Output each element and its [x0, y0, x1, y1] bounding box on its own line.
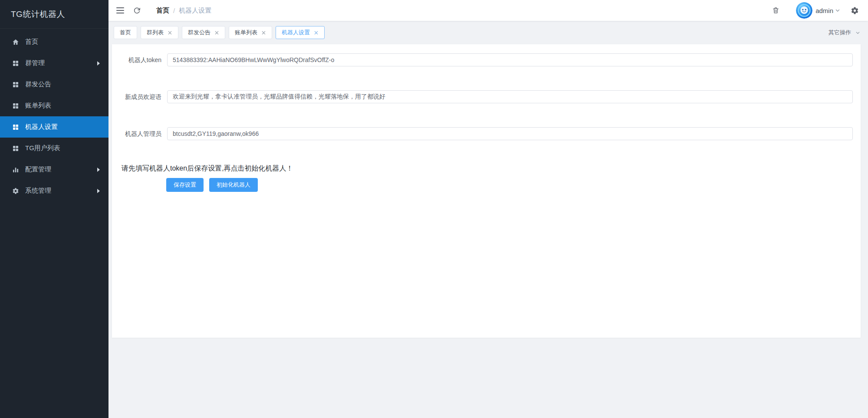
- token-input[interactable]: [167, 53, 853, 66]
- settings-button[interactable]: [847, 0, 862, 21]
- trash-icon: [772, 7, 779, 14]
- chevron-down-icon: [855, 30, 860, 35]
- grid-icon: [12, 81, 19, 88]
- submenu-arrow-icon: [97, 61, 100, 66]
- sidebar-menu: 首页 群管理 群发公告 账单列表: [0, 29, 108, 201]
- gear-icon: [851, 7, 859, 15]
- tab-broadcast[interactable]: 群发公告: [182, 26, 225, 39]
- sidebar-item-label: 群发公告: [25, 80, 100, 89]
- welcome-input[interactable]: [167, 90, 853, 103]
- tab-bills[interactable]: 账单列表: [229, 26, 272, 39]
- welcome-field-label: 新成员欢迎语: [122, 88, 161, 105]
- breadcrumb-separator: /: [173, 7, 175, 14]
- sidebar-item-tg-users[interactable]: TG用户列表: [0, 138, 108, 159]
- more-actions-label: 其它操作: [829, 29, 851, 36]
- form-row-welcome: 新成员欢迎语: [122, 90, 853, 103]
- sidebar-item-group-manage[interactable]: 群管理: [0, 53, 108, 74]
- app-title: TG统计机器人: [0, 0, 108, 29]
- close-icon[interactable]: [214, 30, 219, 35]
- trash-button[interactable]: [768, 0, 783, 21]
- refresh-button[interactable]: [128, 0, 145, 21]
- sidebar: TG统计机器人 首页 群管理 群发公告: [0, 0, 108, 418]
- tab-robot-settings[interactable]: 机器人设置: [276, 26, 325, 39]
- content-panel: 机器人token 新成员欢迎语 机器人管理员 请先填写机器人token后保存设置…: [112, 44, 861, 338]
- tab-home[interactable]: 首页: [114, 26, 137, 39]
- tabs-bar: 首页 群列表 群发公告 账单列表 机器人设置: [108, 21, 868, 44]
- sidebar-item-bills[interactable]: 账单列表: [0, 95, 108, 116]
- tab-label: 机器人设置: [282, 29, 310, 36]
- breadcrumb: 首页 / 机器人设置: [156, 7, 211, 15]
- tab-label: 群列表: [147, 29, 164, 36]
- navbar-right: admin: [768, 0, 862, 21]
- close-icon[interactable]: [261, 30, 266, 35]
- sidebar-toggle-button[interactable]: [112, 0, 128, 21]
- robot-settings-form: 机器人token 新成员欢迎语 机器人管理员 请先填写机器人token后保存设置…: [112, 44, 861, 192]
- form-row-token: 机器人token: [122, 53, 853, 66]
- tab-group-list[interactable]: 群列表: [141, 26, 178, 39]
- admins-field-label: 机器人管理员: [122, 125, 161, 142]
- sidebar-item-config-manage[interactable]: 配置管理: [0, 159, 108, 180]
- navbar: 首页 / 机器人设置: [108, 0, 868, 21]
- home-icon: [12, 38, 19, 46]
- app-window: TG统计机器人 首页 群管理 群发公告: [0, 0, 868, 418]
- token-field-label: 机器人token: [122, 51, 161, 69]
- form-row-admins: 机器人管理员: [122, 127, 853, 140]
- gear-icon: [12, 187, 19, 194]
- user-menu[interactable]: admin: [796, 2, 840, 19]
- tab-label: 群发公告: [188, 29, 210, 36]
- close-icon[interactable]: [168, 30, 172, 35]
- form-buttons: 保存设置 初始化机器人: [122, 178, 853, 192]
- sidebar-item-robot-settings[interactable]: 机器人设置: [0, 116, 108, 138]
- refresh-icon: [133, 7, 141, 14]
- sidebar-item-home[interactable]: 首页: [0, 31, 108, 53]
- tab-label: 账单列表: [235, 29, 257, 36]
- grid-icon: [12, 123, 19, 131]
- submenu-arrow-icon: [97, 168, 100, 172]
- more-actions-dropdown[interactable]: 其它操作: [829, 29, 860, 36]
- close-icon[interactable]: [314, 30, 319, 35]
- grid-icon: [12, 145, 19, 152]
- breadcrumb-current: 机器人设置: [179, 7, 211, 15]
- init-robot-button[interactable]: 初始化机器人: [209, 178, 258, 192]
- save-settings-button[interactable]: 保存设置: [166, 178, 204, 192]
- admins-input[interactable]: [167, 127, 853, 140]
- sidebar-item-system-manage[interactable]: 系统管理: [0, 180, 108, 201]
- submenu-arrow-icon: [97, 189, 100, 193]
- sidebar-item-label: 群管理: [25, 59, 94, 67]
- sidebar-item-label: 账单列表: [25, 102, 100, 110]
- form-hint-text: 请先填写机器人token后保存设置,再点击初始化机器人！: [122, 164, 853, 173]
- breadcrumb-home[interactable]: 首页: [156, 7, 169, 15]
- sidebar-item-label: TG用户列表: [25, 144, 100, 152]
- grid-icon: [12, 59, 19, 67]
- chevron-down-icon: [835, 8, 840, 13]
- main-area: 首页 / 机器人设置: [108, 0, 868, 418]
- tab-label: 首页: [120, 29, 131, 36]
- chart-icon: [12, 166, 19, 173]
- sidebar-item-label: 首页: [25, 38, 100, 46]
- sidebar-item-label: 系统管理: [25, 187, 94, 195]
- avatar[interactable]: [796, 2, 812, 19]
- username-label: admin: [815, 7, 833, 14]
- sidebar-item-label: 机器人设置: [25, 123, 100, 131]
- sidebar-item-label: 配置管理: [25, 165, 94, 174]
- grid-icon: [12, 102, 19, 109]
- hamburger-icon: [116, 7, 124, 14]
- sidebar-item-broadcast[interactable]: 群发公告: [0, 74, 108, 95]
